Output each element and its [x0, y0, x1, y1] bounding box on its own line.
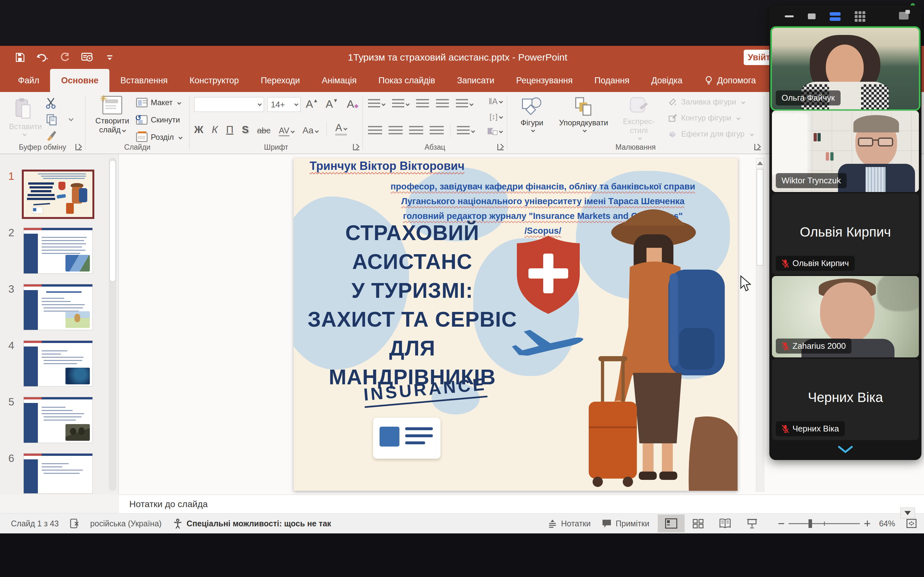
- clear-formatting-button[interactable]: A◆: [347, 98, 359, 110]
- numbering-button[interactable]: [392, 99, 409, 109]
- clipboard-dialog-launcher[interactable]: [75, 144, 82, 150]
- slide-title-textbox[interactable]: СТРАХОВИЙ АСИСТАНС У ТУРИЗМІ: ЗАХИСТ ТА …: [303, 218, 521, 392]
- quick-styles-button[interactable]: Експрес-стилі: [616, 97, 661, 141]
- tab-insert[interactable]: Вставлення: [110, 69, 179, 92]
- increase-indent-button[interactable]: [436, 99, 449, 109]
- line-spacing-button[interactable]: [456, 99, 473, 109]
- tab-home[interactable]: Основне: [50, 69, 110, 92]
- slide-thumbnail-5[interactable]: [24, 397, 92, 443]
- align-center-button[interactable]: [389, 126, 403, 135]
- format-painter-button[interactable]: [45, 129, 58, 143]
- slide-area-scrollbar[interactable]: [756, 158, 764, 492]
- minimize-icon[interactable]: [785, 15, 794, 17]
- tab-animations[interactable]: Анімація: [311, 69, 368, 92]
- layout-button[interactable]: Макет: [136, 98, 181, 107]
- italic-button[interactable]: К: [212, 124, 218, 135]
- paragraph-dialog-launcher[interactable]: [497, 144, 504, 150]
- font-dialog-launcher[interactable]: [353, 144, 359, 150]
- tab-help-ref[interactable]: Довідка: [640, 69, 693, 92]
- shape-effects-button[interactable]: Ефекти для фігур: [668, 129, 753, 139]
- participant-tile[interactable]: Zaharius 2000: [772, 276, 919, 358]
- tab-record[interactable]: Записати: [446, 69, 505, 92]
- copy-button[interactable]: [45, 113, 58, 127]
- zoom-percentage[interactable]: 64%: [879, 519, 895, 528]
- align-right-button[interactable]: [409, 126, 423, 135]
- popout-view-icon[interactable]: [899, 12, 909, 19]
- bullets-button[interactable]: [368, 99, 385, 109]
- text-direction-button[interactable]: ‖A: [489, 97, 502, 106]
- shape-outline-button[interactable]: Контур фігури: [668, 113, 753, 123]
- speaker-view-icon[interactable]: [830, 12, 841, 21]
- slide-sorter-view-button[interactable]: [685, 514, 712, 532]
- fit-slide-button[interactable]: [906, 518, 917, 529]
- slide-author-textbox[interactable]: Тринчук Віктор Вікторович: [310, 159, 465, 173]
- notes-toggle-button[interactable]: Нотатки: [548, 519, 591, 528]
- slide-canvas[interactable]: Тринчук Віктор Вікторович професор, заві…: [294, 158, 738, 491]
- save-button[interactable]: [13, 50, 27, 64]
- gallery-view-icon[interactable]: [855, 11, 865, 22]
- slideshow-view-button[interactable]: [738, 514, 766, 532]
- slide-thumbnail-6[interactable]: [24, 454, 92, 493]
- align-text-button[interactable]: [↕]: [489, 112, 502, 121]
- drawing-dialog-launcher[interactable]: [754, 144, 761, 150]
- scroll-up-arrow[interactable]: [757, 159, 763, 167]
- start-slideshow-button[interactable]: [80, 50, 94, 64]
- font-color-button[interactable]: A: [335, 122, 347, 135]
- comments-toggle-button[interactable]: Примітки: [602, 519, 649, 528]
- zoom-slider-thumb[interactable]: [809, 519, 812, 528]
- slide-counter[interactable]: Слайд 1 з 43: [11, 519, 59, 528]
- notes-pane[interactable]: Нотатки до слайда: [119, 495, 924, 513]
- bold-button[interactable]: Ж: [194, 124, 204, 135]
- spellcheck-status-icon[interactable]: [69, 518, 79, 529]
- thumbnail-scrollbar-thumb[interactable]: [110, 160, 116, 282]
- character-spacing-button[interactable]: AV: [279, 126, 294, 135]
- font-name-combobox[interactable]: [194, 97, 264, 112]
- participant-tile[interactable]: Черних Віка Черних Віка: [772, 359, 919, 440]
- slide-area-scrollbar-thumb[interactable]: [757, 169, 763, 266]
- section-button[interactable]: Розділ: [136, 132, 182, 142]
- redo-button[interactable]: [58, 50, 72, 64]
- tab-review[interactable]: Рецензування: [505, 69, 583, 92]
- justify-button[interactable]: [430, 126, 444, 135]
- font-size-combobox[interactable]: 14+: [267, 97, 300, 112]
- columns-button[interactable]: [457, 126, 475, 135]
- slide-thumbnail-2[interactable]: [24, 228, 92, 274]
- underline-button[interactable]: П: [226, 124, 234, 135]
- customize-qat-button[interactable]: [103, 50, 117, 64]
- grow-font-button[interactable]: A▲: [306, 98, 318, 110]
- accessibility-status[interactable]: Спеціальні можливості: щось не так: [173, 518, 331, 529]
- undo-button[interactable]: [35, 50, 49, 64]
- paste-button[interactable]: Вставити: [9, 97, 38, 137]
- cut-button[interactable]: [45, 97, 58, 111]
- tab-file[interactable]: Файл: [7, 69, 50, 92]
- reading-view-button[interactable]: [712, 514, 738, 532]
- reset-button[interactable]: ↺ Скинути: [136, 115, 180, 125]
- new-slide-button[interactable]: ✳ Створити слайд: [93, 96, 132, 134]
- shapes-button[interactable]: Фігури: [514, 97, 549, 133]
- convert-smartart-button[interactable]: [487, 127, 502, 135]
- decrease-indent-button[interactable]: [416, 99, 429, 109]
- arrange-button[interactable]: Упорядкувати: [555, 97, 612, 133]
- thumbnail-scrollbar[interactable]: [109, 157, 116, 491]
- slide-thumbnail-1[interactable]: [24, 171, 92, 217]
- participant-tile[interactable]: Ольга Файчук: [772, 28, 919, 109]
- participant-tile[interactable]: Ольвія Кирпич Ольвія Кирпич: [772, 193, 919, 275]
- zoom-out-button[interactable]: [779, 523, 784, 524]
- participant-tile[interactable]: Wiktor Trynczuk: [772, 111, 919, 192]
- tab-slideshow[interactable]: Показ слайдів: [368, 69, 446, 92]
- collapse-strip-button[interactable]: [769, 440, 921, 460]
- align-left-button[interactable]: [368, 126, 382, 135]
- language-status[interactable]: російська (Україна): [90, 519, 162, 528]
- slide-thumbnail-3[interactable]: [24, 284, 92, 330]
- strikethrough-button[interactable]: abc: [257, 126, 270, 135]
- zoom-in-button[interactable]: [864, 521, 870, 526]
- copy-dropdown-icon[interactable]: [69, 116, 74, 121]
- shrink-font-button[interactable]: A▼: [326, 98, 338, 110]
- maximize-icon[interactable]: [808, 13, 816, 19]
- text-shadow-button[interactable]: S: [242, 124, 249, 135]
- tab-view[interactable]: Подання: [583, 69, 640, 92]
- scroll-down-arrow[interactable]: [900, 508, 915, 518]
- tab-design[interactable]: Конструктор: [179, 69, 250, 92]
- normal-view-button[interactable]: [658, 514, 685, 532]
- tab-help[interactable]: Допомога: [693, 69, 767, 92]
